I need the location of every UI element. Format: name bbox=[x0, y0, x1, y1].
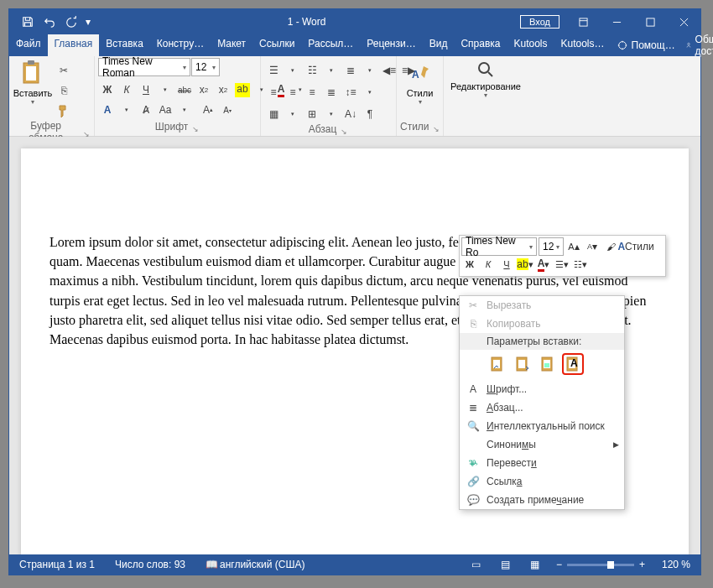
comment-icon: 💬 bbox=[465, 494, 481, 506]
strikethrough-button[interactable]: abc bbox=[175, 81, 194, 99]
borders-button[interactable]: ⊞ bbox=[303, 105, 321, 123]
read-mode-icon[interactable]: ▭ bbox=[468, 559, 484, 570]
tab-insert[interactable]: Вставка bbox=[99, 34, 150, 56]
editing-button[interactable]: Редактирование ▾ bbox=[447, 58, 524, 101]
tab-file[interactable]: Файл bbox=[9, 34, 48, 56]
paste-button[interactable]: Вставить ▾ bbox=[13, 58, 53, 107]
mini-italic-button[interactable]: К bbox=[480, 256, 497, 273]
sort-button[interactable]: A↓ bbox=[341, 105, 360, 123]
qat-customize-icon[interactable]: ▾ bbox=[83, 12, 93, 32]
mini-bold-button[interactable]: Ж bbox=[461, 256, 478, 273]
mini-numbering-button[interactable]: ☷▾ bbox=[572, 256, 589, 273]
justify-button[interactable]: ≣ bbox=[322, 83, 341, 101]
change-case-button[interactable]: Aa bbox=[156, 101, 174, 119]
tell-me-button[interactable]: Помощ… bbox=[612, 34, 680, 56]
grow-font-button[interactable]: A▴ bbox=[199, 101, 217, 119]
cut-icon[interactable]: ✂ bbox=[55, 61, 73, 80]
mini-font-name-combo[interactable]: Times New Ro▾ bbox=[461, 237, 537, 256]
mini-highlight-button[interactable]: ab▾ bbox=[517, 256, 533, 273]
ctx-cut[interactable]: ✂Вырезать bbox=[460, 296, 624, 315]
ctx-synonyms[interactable]: Синонимы▶ bbox=[460, 435, 624, 454]
font-name-combo[interactable]: Times New Roman▾ bbox=[98, 58, 190, 76]
paste-keep-source-icon[interactable] bbox=[487, 353, 508, 375]
tab-help[interactable]: Справка bbox=[454, 34, 507, 56]
tab-review[interactable]: Рецензи… bbox=[360, 34, 422, 56]
ctx-paragraph[interactable]: ≣Абзац... bbox=[460, 398, 624, 417]
svg-rect-0 bbox=[579, 18, 586, 25]
mini-format-painter-icon[interactable]: 🖌 bbox=[602, 238, 619, 255]
ribbon-display-options-icon[interactable] bbox=[566, 9, 600, 34]
web-layout-icon[interactable]: ▦ bbox=[527, 559, 543, 570]
bold-button[interactable]: Ж bbox=[98, 81, 117, 99]
zoom-slider[interactable]: − + bbox=[556, 559, 645, 570]
page-indicator[interactable]: Страница 1 из 1 bbox=[16, 559, 98, 570]
minimize-icon[interactable] bbox=[600, 9, 633, 34]
italic-button[interactable]: К bbox=[117, 81, 136, 99]
tab-layout[interactable]: Макет bbox=[211, 34, 252, 56]
paragraph-dialog-launcher[interactable] bbox=[340, 125, 348, 133]
multilevel-list-button[interactable]: ≣ bbox=[341, 61, 360, 80]
superscript-button[interactable]: x2 bbox=[214, 81, 232, 99]
tab-design[interactable]: Констру… bbox=[150, 34, 211, 56]
clipboard-dialog-launcher[interactable] bbox=[82, 127, 91, 136]
maximize-icon[interactable] bbox=[633, 9, 667, 34]
zoom-out-button[interactable]: − bbox=[556, 559, 562, 570]
login-button[interactable]: Вход bbox=[520, 15, 559, 29]
print-layout-icon[interactable]: ▤ bbox=[497, 559, 513, 570]
font-size-combo[interactable]: 12▾ bbox=[191, 58, 220, 76]
numbering-button[interactable]: ☷ bbox=[303, 61, 321, 80]
align-right-button[interactable]: ≡ bbox=[303, 83, 321, 101]
language-indicator[interactable]: 📖 английский (США) bbox=[202, 559, 308, 570]
tab-view[interactable]: Вид bbox=[423, 34, 455, 56]
mini-underline-button[interactable]: Ч bbox=[498, 256, 515, 273]
line-spacing-button[interactable]: ↕≡ bbox=[341, 83, 360, 101]
styles-button[interactable]: A Стили ▾ bbox=[400, 58, 440, 107]
share-button[interactable]: Общий доступ bbox=[680, 34, 713, 56]
tab-home[interactable]: Главная bbox=[48, 34, 100, 56]
underline-button[interactable]: Ч bbox=[137, 81, 155, 99]
mini-styles-button[interactable]: AСтили bbox=[621, 238, 651, 255]
zoom-level[interactable]: 120 % bbox=[658, 559, 694, 570]
mini-bullets-button[interactable]: ☰▾ bbox=[554, 256, 570, 273]
tab-references[interactable]: Ссылки bbox=[252, 34, 301, 56]
save-icon[interactable] bbox=[18, 12, 38, 32]
tab-kutools[interactable]: Kutools bbox=[507, 34, 554, 56]
align-center-button[interactable]: ≡ bbox=[284, 83, 302, 101]
font-dialog-launcher[interactable] bbox=[191, 122, 200, 131]
paste-text-only-icon[interactable]: A bbox=[562, 353, 584, 375]
mini-grow-font-button[interactable]: A▴ bbox=[565, 238, 582, 255]
text-highlight-button[interactable]: ab bbox=[233, 81, 252, 99]
align-left-button[interactable]: ≡ bbox=[264, 83, 283, 101]
styles-icon: A bbox=[407, 60, 434, 86]
zoom-in-button[interactable]: + bbox=[639, 559, 645, 570]
paste-merge-icon[interactable] bbox=[512, 353, 533, 375]
ctx-copy[interactable]: ⎘Копировать bbox=[460, 315, 624, 333]
ctx-new-comment[interactable]: 💬Создать примечание bbox=[460, 491, 624, 509]
text-effects-button[interactable]: A bbox=[98, 101, 117, 119]
paste-picture-icon[interactable] bbox=[537, 353, 559, 375]
styles-dialog-launcher[interactable] bbox=[433, 122, 440, 131]
redo-icon[interactable] bbox=[61, 12, 81, 32]
show-marks-button[interactable]: ¶ bbox=[361, 105, 379, 123]
ctx-translate[interactable]: ⅌Перевести bbox=[460, 454, 624, 472]
copy-icon[interactable]: ⎘ bbox=[55, 81, 73, 100]
bullets-button[interactable]: ☰ bbox=[264, 61, 283, 80]
undo-icon[interactable] bbox=[39, 12, 60, 32]
tab-mailings[interactable]: Рассыл… bbox=[301, 34, 360, 56]
svg-rect-10 bbox=[493, 360, 500, 368]
mini-shrink-font-button[interactable]: A▾ bbox=[584, 238, 601, 255]
ctx-link[interactable]: 🔗Ссылка bbox=[460, 472, 624, 491]
ctx-font[interactable]: AШрифт... bbox=[460, 380, 624, 398]
format-painter-icon[interactable] bbox=[55, 101, 73, 120]
subscript-button[interactable]: x2 bbox=[195, 81, 213, 99]
word-count[interactable]: Число слов: 93 bbox=[112, 559, 189, 570]
mini-font-color-button[interactable]: A▾ bbox=[535, 256, 552, 273]
clear-formatting-button[interactable]: A̷ bbox=[137, 101, 155, 119]
shading-button[interactable]: ▦ bbox=[264, 105, 283, 123]
mini-font-size-combo[interactable]: 12▾ bbox=[539, 237, 564, 256]
decrease-indent-button[interactable]: ◀≡ bbox=[380, 61, 398, 80]
shrink-font-button[interactable]: A▾ bbox=[218, 101, 237, 119]
close-icon[interactable] bbox=[667, 9, 700, 34]
ctx-smart-lookup[interactable]: 🔍Интеллектуальный поиск bbox=[460, 417, 624, 435]
tab-kutools-plus[interactable]: Kutools… bbox=[554, 34, 612, 56]
